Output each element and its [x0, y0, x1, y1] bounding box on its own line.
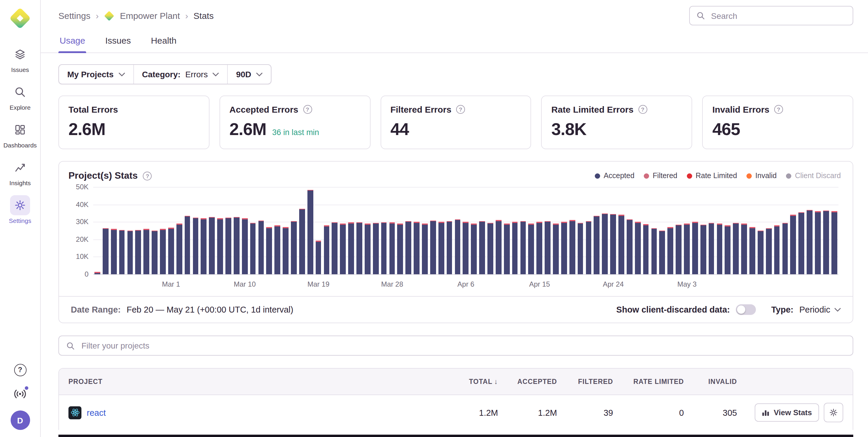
category-selector[interactable]: Category: Errors: [133, 65, 227, 84]
chart-bar[interactable]: [578, 187, 583, 274]
chart-bar[interactable]: [160, 187, 165, 274]
chart-bar[interactable]: [389, 187, 395, 274]
legend-item[interactable]: Filtered: [644, 172, 677, 180]
chart-bar[interactable]: [225, 187, 231, 274]
chart-bar[interactable]: [659, 187, 665, 274]
chart-bar[interactable]: [618, 187, 624, 274]
help-button[interactable]: ?: [12, 362, 28, 377]
chart-bar[interactable]: [397, 187, 403, 274]
client-discard-toggle[interactable]: [736, 304, 756, 315]
chart-bar[interactable]: [324, 187, 329, 274]
breadcrumb-org[interactable]: Empower Plant: [120, 11, 180, 21]
chart-bar[interactable]: [193, 187, 198, 274]
breadcrumb-settings[interactable]: Settings: [58, 11, 90, 21]
chart-bar[interactable]: [242, 187, 248, 274]
info-icon[interactable]: ?: [638, 105, 647, 114]
chart-bar[interactable]: [184, 187, 190, 274]
chart-bar[interactable]: [643, 187, 649, 274]
date-range-selector[interactable]: 90D: [227, 65, 271, 84]
tab-usage[interactable]: Usage: [58, 30, 87, 53]
legend-item[interactable]: Client Discard: [786, 172, 841, 180]
sidebar-item-dashboards[interactable]: Dashboards: [3, 120, 37, 148]
chart-bar[interactable]: [594, 187, 599, 274]
chart-bar[interactable]: [545, 187, 550, 274]
chart-bar[interactable]: [422, 187, 428, 274]
sidebar-item-issues[interactable]: Issues: [10, 44, 30, 73]
chart-bar[interactable]: [446, 187, 452, 274]
tab-issues[interactable]: Issues: [104, 30, 132, 53]
chart-bar[interactable]: [144, 187, 149, 274]
chart-bar[interactable]: [512, 187, 518, 274]
chart-bar[interactable]: [291, 187, 297, 274]
chart-bar[interactable]: [315, 187, 321, 274]
chart-bar[interactable]: [741, 187, 747, 274]
project-filter[interactable]: [58, 336, 853, 356]
chart-bar[interactable]: [94, 187, 100, 274]
chart-bar[interactable]: [668, 187, 673, 274]
chart-bar[interactable]: [463, 187, 468, 274]
chart-bar[interactable]: [692, 187, 698, 274]
project-filter-input[interactable]: [80, 340, 845, 351]
chart-bar[interactable]: [610, 187, 616, 274]
chart-bar[interactable]: [701, 187, 706, 274]
info-icon[interactable]: ?: [303, 105, 312, 114]
chart-bar[interactable]: [749, 187, 755, 274]
chart-bar[interactable]: [553, 187, 559, 274]
project-link[interactable]: react: [87, 408, 106, 417]
chart-bar[interactable]: [504, 187, 509, 274]
sidebar-item-settings[interactable]: Settings: [9, 195, 31, 224]
chart-bar[interactable]: [111, 187, 117, 274]
chart-bar[interactable]: [725, 187, 731, 274]
chart-bar[interactable]: [135, 187, 141, 274]
chart-bar[interactable]: [152, 187, 157, 274]
chart-bar[interactable]: [438, 187, 444, 274]
chart-bar[interactable]: [479, 187, 485, 274]
chart-bar[interactable]: [209, 187, 215, 274]
sidebar-item-insights[interactable]: Insights: [9, 158, 31, 187]
info-icon[interactable]: ?: [143, 171, 152, 180]
chart-bar[interactable]: [766, 187, 772, 274]
chart-bar[interactable]: [651, 187, 657, 274]
chart-bar[interactable]: [537, 187, 542, 274]
chart-bar[interactable]: [356, 187, 362, 274]
user-avatar[interactable]: D: [10, 410, 30, 430]
legend-item[interactable]: Rate Limited: [687, 172, 737, 180]
legend-item[interactable]: Accepted: [595, 172, 634, 180]
chart-bar[interactable]: [569, 187, 575, 274]
chart-bar[interactable]: [487, 187, 493, 274]
search-input[interactable]: [710, 10, 846, 21]
chart-bar[interactable]: [406, 187, 411, 274]
chart-bar[interactable]: [823, 187, 829, 274]
chart-bar[interactable]: [528, 187, 534, 274]
tab-health[interactable]: Health: [150, 30, 178, 53]
chart-bar[interactable]: [676, 187, 681, 274]
whats-new-button[interactable]: [12, 386, 28, 402]
chart-bar[interactable]: [234, 187, 239, 274]
chart-bar[interactable]: [201, 187, 207, 274]
chart-bar[interactable]: [471, 187, 477, 274]
chart-bar[interactable]: [586, 187, 591, 274]
chart-bar[interactable]: [708, 187, 714, 274]
chart-bar[interactable]: [627, 187, 632, 274]
chart-bar[interactable]: [414, 187, 419, 274]
chart-bar[interactable]: [496, 187, 501, 274]
chart-bar[interactable]: [340, 187, 346, 274]
project-settings-button[interactable]: [824, 403, 843, 422]
view-stats-button[interactable]: View Stats: [755, 403, 819, 422]
info-icon[interactable]: ?: [456, 105, 465, 114]
chart-bar[interactable]: [717, 187, 722, 274]
chart-bar[interactable]: [119, 187, 125, 274]
legend-item[interactable]: Invalid: [746, 172, 777, 180]
chart-bar[interactable]: [602, 187, 608, 274]
chart-bar[interactable]: [307, 187, 313, 274]
col-project[interactable]: Project: [59, 369, 448, 394]
chart-bar[interactable]: [455, 187, 460, 274]
chart-bar[interactable]: [733, 187, 739, 274]
chart-bar[interactable]: [815, 187, 820, 274]
chart-bar[interactable]: [684, 187, 689, 274]
chart-bar[interactable]: [299, 187, 305, 274]
chart-bar[interactable]: [807, 187, 812, 274]
chart-bar[interactable]: [373, 187, 378, 274]
chart-bar[interactable]: [177, 187, 182, 274]
col-rate-limited[interactable]: Rate Limited: [623, 369, 693, 394]
